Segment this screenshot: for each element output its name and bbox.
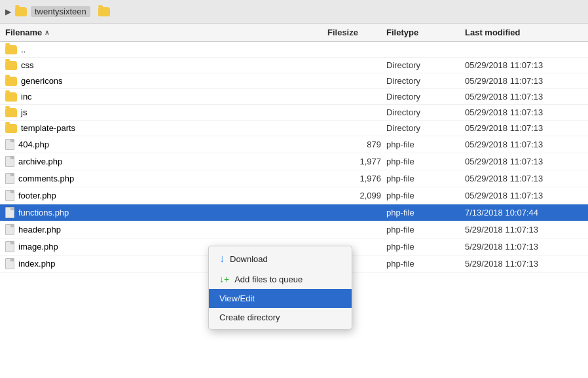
file-name: 404.php [18,140,49,149]
file-modified: 05/29/2018 11:07:13 [465,157,583,166]
table-header: Filename ∧ Filesize Filetype Last modifi… [0,24,588,42]
folder-icon [5,108,17,117]
file-name: genericons [21,76,63,86]
file-icon [5,224,14,235]
file-type: Directory [386,92,465,102]
file-icon [5,173,14,184]
file-modified: 05/29/2018 11:07:13 [465,92,583,102]
download-icon: ↓ [219,253,225,265]
file-modified: 05/29/2018 11:07:13 [465,76,583,86]
folder-label[interactable]: twentysixteen [31,6,90,17]
table-row[interactable]: functions.php php-file 7/13/2018 10:07:4… [0,204,588,221]
context-menu-item-add-to-queue[interactable]: ↓+Add files to queue [209,269,352,289]
header-filesize[interactable]: Filesize [327,28,386,37]
folder-icon [5,77,17,86]
file-size: 2,099 [327,191,386,200]
table-row[interactable]: 404.php 879 php-file 05/29/2018 11:07:13 [0,136,588,153]
file-name: template-parts [21,123,75,133]
folder-icon-second [98,7,110,16]
file-modified: 5/29/2018 11:07:13 [465,259,583,269]
file-name: inc [21,92,32,102]
folder-icon [5,45,17,54]
file-icon [5,258,14,269]
file-modified: 05/29/2018 11:07:13 [465,191,583,200]
file-modified: 05/29/2018 11:07:13 [465,107,583,117]
file-icon [5,190,14,201]
sort-arrow-icon: ∧ [45,29,49,36]
folder-icon [5,124,17,133]
folder-icon [5,61,17,70]
file-size: 879 [327,140,386,149]
file-modified: 5/29/2018 11:07:13 [465,225,583,235]
file-name: functions.php [18,208,69,217]
file-icon [5,156,14,167]
file-type: php-file [386,208,465,217]
context-menu-item-download[interactable]: ↓Download [209,248,352,269]
file-modified: 05/29/2018 11:07:13 [465,174,583,183]
file-name: footer.php [18,191,56,200]
table-row[interactable]: inc Directory 05/29/2018 11:07:13 [0,89,588,105]
file-name: image.php [18,242,58,252]
file-name: js [21,107,27,117]
context-menu-item-create-directory[interactable]: Create directory [209,308,352,327]
table-row[interactable]: css Directory 05/29/2018 11:07:13 [0,58,588,73]
header-filename[interactable]: Filename ∧ [5,28,327,37]
file-icon [5,241,14,252]
table-row[interactable]: template-parts Directory 05/29/2018 11:0… [0,121,588,136]
file-icon [5,139,14,150]
file-type: Directory [386,107,465,117]
table-row[interactable]: .. [0,42,588,58]
context-menu: ↓Download↓+Add files to queueView/EditCr… [208,246,352,330]
file-type: php-file [386,157,465,166]
file-type: php-file [386,191,465,200]
file-name: index.php [18,259,55,269]
file-type: Directory [386,76,465,86]
file-type: php-file [386,225,465,235]
file-icon [5,207,14,218]
file-modified: 05/29/2018 11:07:13 [465,140,583,149]
context-menu-item-view-edit[interactable]: View/Edit [209,289,352,308]
table-row[interactable]: header.php php-file 5/29/2018 11:07:13 [0,221,588,238]
file-name: .. [21,45,26,54]
context-menu-label: Download [230,254,268,264]
file-type: php-file [386,259,465,269]
queue-icon: ↓+ [219,274,229,284]
file-modified: 7/13/2018 10:07:44 [465,208,583,217]
file-modified: 05/29/2018 11:07:13 [465,123,583,133]
file-size: 1,976 [327,174,386,183]
header-filetype[interactable]: Filetype [386,28,465,37]
top-bar: ▶ twentysixteen [0,0,588,24]
context-menu-label: View/Edit [219,293,255,303]
folder-icon-top [15,7,27,16]
table-row[interactable]: archive.php 1,977 php-file 05/29/2018 11… [0,153,588,170]
file-type: php-file [386,242,465,252]
file-name: css [21,60,34,70]
file-type: Directory [386,123,465,133]
table-row[interactable]: comments.php 1,976 php-file 05/29/2018 1… [0,170,588,187]
header-last-modified[interactable]: Last modified [465,28,583,37]
table-row[interactable]: footer.php 2,099 php-file 05/29/2018 11:… [0,187,588,204]
context-menu-label: Add files to queue [234,274,303,284]
expand-arrow-icon[interactable]: ▶ [5,7,11,16]
table-row[interactable]: genericons Directory 05/29/2018 11:07:13 [0,73,588,89]
file-type: php-file [386,174,465,183]
file-name: comments.php [18,174,74,183]
folder-icon [5,92,17,102]
context-menu-label: Create directory [219,312,280,322]
file-name: archive.php [18,157,62,166]
file-name: header.php [18,225,61,235]
file-modified: 5/29/2018 11:07:13 [465,242,583,252]
file-modified: 05/29/2018 11:07:13 [465,60,583,70]
table-row[interactable]: js Directory 05/29/2018 11:07:13 [0,105,588,121]
file-type: php-file [386,140,465,149]
file-size: 1,977 [327,157,386,166]
file-type: Directory [386,60,465,70]
